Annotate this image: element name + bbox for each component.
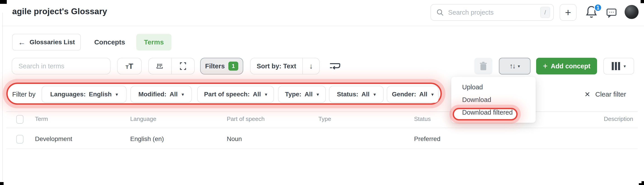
notification-badge: 1: [594, 4, 602, 12]
filter-gender-value: All: [419, 91, 428, 98]
filter-part-of-speech-value: All: [253, 91, 261, 98]
cell-status: Preferred: [414, 135, 440, 142]
cell-term: Development: [35, 135, 72, 142]
exact-match-button[interactable]: [172, 58, 194, 74]
cell-part-of-speech: Noun: [227, 135, 242, 142]
chevron-down-icon: ▾: [624, 64, 626, 69]
columns-dropdown-button[interactable]: ▾: [604, 58, 634, 74]
sort-button[interactable]: Sort by: Text ↓: [250, 58, 320, 74]
feedback-button[interactable]: [606, 7, 617, 18]
filter-by-label: Filter by: [12, 86, 36, 103]
tab-terms-label: Terms: [144, 38, 164, 46]
window-left-edge: [2, 13, 3, 180]
menu-item-download[interactable]: Download: [451, 94, 536, 106]
notifications-button[interactable]: 1: [585, 5, 601, 21]
chevron-down-icon: ▾: [518, 64, 520, 69]
filter-type-value: All: [305, 91, 313, 98]
user-avatar[interactable]: [624, 5, 638, 19]
menu-item-download-filtered-label: Download filtered: [462, 109, 513, 116]
menu-item-upload[interactable]: Upload: [451, 81, 536, 94]
column-header-language[interactable]: Language: [130, 116, 156, 122]
row-checkbox[interactable]: [16, 135, 24, 144]
filter-status-label: Status:: [337, 91, 358, 98]
glossary-terms-page: agile project's Glossary / + 1 ←: [0, 0, 644, 185]
filters-count-badge: 1: [228, 62, 238, 70]
menu-item-download-label: Download: [462, 96, 491, 104]
close-icon: ✕: [584, 90, 590, 98]
crop-mark-bottom-right-2: [639, 183, 644, 185]
wrap-text-button[interactable]: [328, 60, 342, 72]
tab-terms[interactable]: Terms: [136, 34, 172, 50]
column-header-part-of-speech[interactable]: Part of speech: [227, 116, 265, 122]
upload-download-dropdown-button[interactable]: ↑↓ ▾: [499, 58, 530, 74]
filter-part-of-speech-label: Part of speech:: [204, 91, 250, 98]
search-shortcut-key: /: [540, 7, 550, 18]
chat-icon: [606, 7, 617, 18]
match-whole-phrase-button[interactable]: [149, 58, 171, 74]
clear-filter-label: Clear filter: [595, 90, 626, 98]
crop-mark-top-right: [640, 0, 644, 3]
filter-modified[interactable]: Modified: All ▾: [130, 86, 192, 103]
plus-icon: +: [565, 6, 571, 18]
delete-button[interactable]: [474, 58, 492, 74]
table-top-divider: [6, 112, 638, 112]
crop-mark-top-left: [0, 0, 7, 4]
chevron-down-icon: ▾: [374, 92, 376, 97]
match-case-button[interactable]: TT: [117, 58, 142, 74]
wrap-text-icon: [329, 61, 341, 71]
menu-item-upload-label: Upload: [462, 84, 483, 91]
back-arrow-icon: ←: [18, 38, 26, 46]
chevron-down-icon: ▾: [316, 92, 319, 97]
project-search[interactable]: /: [430, 4, 554, 21]
filter-modified-value: All: [170, 91, 178, 98]
table-header-divider: [6, 128, 638, 128]
column-header-term[interactable]: Term: [35, 116, 48, 122]
filter-status[interactable]: Status: All ▾: [329, 86, 384, 103]
add-concept-label: Add concept: [551, 62, 590, 70]
filter-gender-label: Gender:: [392, 91, 416, 98]
chevron-down-icon: ▾: [265, 92, 267, 97]
add-concept-button[interactable]: + Add concept: [536, 58, 597, 74]
filter-status-value: All: [362, 91, 370, 98]
column-header-type[interactable]: Type: [318, 116, 331, 122]
trash-icon: [479, 61, 488, 71]
plus-icon: +: [543, 62, 548, 70]
clear-filter-button[interactable]: ✕ Clear filter: [584, 86, 626, 103]
terms-search-input[interactable]: [12, 62, 110, 70]
tab-concepts-label: Concepts: [94, 38, 125, 46]
back-button-label: Glossaries List: [30, 38, 75, 46]
crop-mark-bottom-left: [0, 182, 4, 185]
header-divider: [3, 26, 644, 26]
filter-languages-value: English: [89, 91, 112, 98]
barcode-icon: [156, 62, 164, 70]
filter-languages-label: Languages:: [50, 91, 86, 98]
match-case-icon: TT: [126, 62, 133, 70]
up-down-arrows-icon: ↑↓: [510, 62, 515, 70]
tab-concepts[interactable]: Concepts: [92, 34, 128, 50]
chevron-down-icon: ▾: [432, 92, 434, 97]
search-mode-group: [148, 58, 195, 74]
columns-icon: [612, 62, 620, 70]
filter-modified-label: Modified:: [138, 91, 166, 98]
column-header-description[interactable]: Description: [604, 116, 633, 122]
column-header-status[interactable]: Status: [414, 116, 431, 122]
filter-gender[interactable]: Gender: All ▾: [387, 86, 439, 103]
page-title: agile project's Glossary: [12, 7, 107, 16]
cell-language: English (en): [130, 135, 164, 142]
sort-desc-icon: ↓: [309, 62, 313, 70]
select-all-checkbox[interactable]: [16, 115, 24, 124]
filter-type-label: Type:: [285, 91, 302, 98]
filters-button[interactable]: Filters 1: [200, 58, 243, 74]
filter-languages[interactable]: Languages: English ▾: [42, 86, 126, 103]
terms-search[interactable]: [12, 58, 110, 74]
menu-item-download-filtered[interactable]: Download filtered: [451, 106, 536, 119]
sort-label: Sort by: Text: [250, 58, 302, 74]
chevron-down-icon: ▾: [116, 92, 118, 97]
project-search-input[interactable]: [448, 8, 540, 16]
create-project-button[interactable]: +: [560, 4, 576, 21]
filter-part-of-speech[interactable]: Part of speech: All ▾: [197, 86, 274, 103]
sort-direction-button[interactable]: ↓: [303, 58, 319, 74]
filter-type[interactable]: Type: All ▾: [278, 86, 326, 103]
back-to-glossaries-button[interactable]: ← Glossaries List: [12, 34, 81, 50]
table-row-divider: [6, 148, 638, 149]
